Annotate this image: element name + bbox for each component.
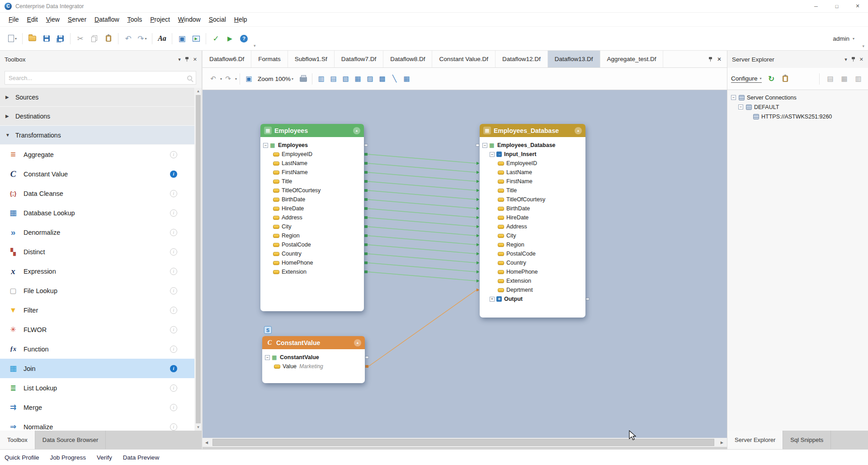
toolbox-item-constant-value[interactable]: CConstant Valuei — [0, 164, 194, 184]
field-row-employeeid[interactable]: EmployeeID — [260, 150, 364, 159]
open-button[interactable] — [26, 33, 38, 45]
user-menu[interactable]: admin ▾ — [833, 35, 868, 42]
menu-tools[interactable]: Tools — [123, 16, 146, 23]
field-row-lastname[interactable]: LastName — [480, 168, 585, 177]
toolbox-item-merge[interactable]: ⇉Mergei — [0, 398, 194, 417]
toolbox-item-join[interactable]: ▦Joini — [0, 359, 194, 378]
field-row-titleofcourtesy[interactable]: TitleOfCourtesy — [260, 186, 364, 195]
new-document-button[interactable]: ▾ — [6, 33, 19, 45]
table-data-icon[interactable]: ▦ — [839, 73, 850, 85]
menu-dataflow[interactable]: Dataflow — [90, 16, 123, 23]
toolbar-overflow-icon[interactable]: ▾ — [254, 43, 256, 48]
tab-subflow1-sf[interactable]: Subflow1.Sf — [288, 51, 335, 67]
maximize-icon[interactable]: □ — [826, 0, 847, 12]
toolbox-item-flwor[interactable]: ✳FLWORi — [0, 320, 194, 339]
close-icon[interactable]: ✕ — [847, 0, 868, 12]
scrollbar-thumb[interactable] — [212, 439, 714, 446]
expand-icon[interactable]: + — [490, 297, 495, 302]
tab-dataflow7-df[interactable]: Dataflow7.Df — [335, 51, 383, 67]
select-mode-icon[interactable]: ▣ — [243, 73, 255, 85]
field-row-root[interactable]: −▦Employees_Database — [480, 141, 585, 150]
close-panel-icon[interactable]: ✕ — [193, 57, 197, 62]
tab-aggregate-test-df[interactable]: Aggregate_test.Df — [600, 51, 664, 67]
align-middle-icon[interactable]: ▩ — [377, 73, 388, 85]
field-row-city[interactable]: City — [260, 222, 364, 231]
toolbox-item-expression[interactable]: xExpressioni — [0, 261, 194, 281]
preview-dataflow-button[interactable]: ▣ — [176, 33, 188, 45]
info-icon[interactable]: i — [170, 346, 177, 353]
toolbar-overflow-icon[interactable]: ▾ — [862, 44, 864, 48]
menu-file[interactable]: File — [5, 16, 23, 23]
field-row-input[interactable]: −→Input_Insert — [480, 150, 585, 159]
status-item-verify[interactable]: Verify — [97, 454, 112, 461]
tab-dataflow13-df[interactable]: Dataflow13.Df — [548, 51, 600, 67]
field-row-postalcode[interactable]: PostalCode — [260, 240, 364, 249]
node-constantvalue[interactable]: CConstantValue▲−▦ConstantValueValueMarke… — [262, 336, 365, 383]
field-row-deprtment[interactable]: Deprtment — [480, 285, 585, 294]
save-all-button[interactable] — [54, 33, 66, 45]
field-row-lastname[interactable]: LastName — [260, 159, 364, 168]
collapse-node-icon[interactable]: ▲ — [575, 127, 582, 134]
info-icon[interactable]: i — [170, 229, 177, 236]
field-row-birthdate[interactable]: BirthDate — [480, 204, 585, 213]
field-row-firstname[interactable]: FirstName — [260, 168, 364, 177]
scroll-down-icon[interactable]: ▼ — [195, 425, 202, 429]
info-icon[interactable]: i — [170, 384, 177, 392]
field-row-titleofcourtesy[interactable]: TitleOfCourtesy — [480, 195, 585, 204]
verify-dataflow-button[interactable]: ✓ — [210, 33, 222, 45]
tab-dataflow6-df[interactable]: Dataflow6.Df — [203, 51, 251, 67]
field-row-output[interactable]: +∗Output — [480, 294, 585, 304]
info-icon[interactable]: i — [170, 326, 177, 333]
paste-button[interactable] — [102, 33, 114, 45]
toolbox-item-list-lookup[interactable]: ≣List Lookupi — [0, 378, 194, 398]
show-grid-icon[interactable]: ▦ — [401, 73, 412, 85]
field-row-employeeid[interactable]: EmployeeID — [480, 159, 585, 168]
field-row-firstname[interactable]: FirstName — [480, 177, 585, 186]
field-row-region[interactable]: Region — [260, 231, 364, 240]
footer-tab-data-source-browser[interactable]: Data Source Browser — [35, 431, 106, 449]
field-row-root[interactable]: −▦Employees — [260, 141, 364, 150]
collapse-tree-icon[interactable]: − — [738, 104, 743, 109]
print-button[interactable] — [297, 73, 309, 85]
cut-button[interactable]: ✂ — [74, 33, 86, 45]
toolbox-item-data-cleanse[interactable]: {;}Data Cleansei — [0, 184, 194, 203]
toolbox-item-file-lookup[interactable]: ▢File Lookupi — [0, 281, 194, 300]
draw-link-icon[interactable]: ╲ — [389, 73, 400, 85]
field-row-address[interactable]: Address — [260, 213, 364, 222]
field-row-title[interactable]: Title — [260, 177, 364, 186]
align-right-icon[interactable]: ▨ — [364, 73, 376, 85]
collapse-tree-icon[interactable]: − — [731, 95, 736, 100]
info-icon[interactable]: i — [170, 404, 177, 411]
field-row-title[interactable]: Title — [480, 186, 585, 195]
paste-sql-button[interactable] — [780, 73, 791, 85]
field-row-homephone[interactable]: HomePhone — [480, 267, 585, 276]
scroll-left-icon[interactable]: ◀ — [205, 438, 208, 447]
canvas-horizontal-scrollbar[interactable]: ◀ ▶ — [203, 438, 727, 447]
undo-button[interactable]: ↶ — [122, 33, 134, 45]
toolbox-item-database-lookup[interactable]: ▦Database Lookupi — [0, 203, 194, 223]
chevron-down-icon[interactable]: ▾ — [844, 57, 847, 62]
field-row-root[interactable]: −▦ConstantValue — [262, 353, 365, 362]
align-left-icon[interactable]: ▧ — [340, 73, 351, 85]
menu-view[interactable]: View — [42, 16, 64, 23]
toolbox-section-transformations[interactable]: ▼Transformations — [0, 126, 194, 145]
close-panel-icon[interactable]: ✕ — [859, 57, 863, 62]
node-employees[interactable]: ▦Employees▲−▦EmployeesEmployeeIDLastName… — [260, 124, 364, 311]
refresh-icon[interactable]: ↻ — [766, 73, 777, 85]
menu-server[interactable]: Server — [64, 16, 90, 23]
field-row-postalcode[interactable]: PostalCode — [480, 249, 585, 258]
start-dataflow-button[interactable]: ▶ — [190, 33, 202, 45]
footer-tab-toolbox[interactable]: Toolbox — [0, 431, 35, 449]
tab-formats[interactable]: Formats — [251, 51, 288, 67]
arrange-vertical-icon[interactable]: ▤ — [328, 73, 339, 85]
chevron-down-icon[interactable]: ▾ — [178, 57, 181, 62]
undo-icon[interactable]: ↶ — [208, 73, 219, 85]
collapse-tree-icon[interactable]: − — [265, 355, 270, 360]
close-tab-icon[interactable]: ✕ — [717, 56, 722, 62]
toolbox-item-aggregate[interactable]: ≡Aggregatei — [0, 145, 194, 164]
server-tree-item-default[interactable]: −DEFAULT — [727, 102, 868, 112]
footer-tab-server-explorer[interactable]: Server Explorer — [727, 431, 783, 449]
info-icon[interactable]: i — [170, 209, 177, 217]
font-options-button[interactable]: Aa — [156, 33, 168, 45]
footer-tab-sql-snippets[interactable]: Sql Snippets — [783, 431, 831, 449]
